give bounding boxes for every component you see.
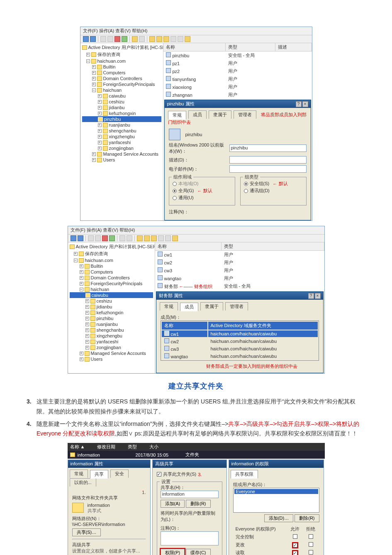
tree-item[interactable]: Managed Service Accounts (103, 152, 158, 156)
checkbox-label[interactable]: 共享此文件夹(S) (163, 471, 197, 477)
col-type[interactable]: 类型 (226, 43, 275, 51)
group-icon[interactable] (156, 36, 162, 42)
col-name[interactable]: 名称 (155, 242, 222, 250)
forward-icon[interactable] (78, 235, 83, 241)
list-item[interactable]: pz2 (173, 69, 180, 74)
tree-item[interactable]: shengchanbu (97, 328, 124, 333)
user-icon[interactable] (137, 235, 143, 241)
tab-general[interactable]: 常规 (70, 469, 88, 478)
tab-general[interactable]: 常规 (160, 302, 178, 311)
properties-icon[interactable] (119, 235, 125, 241)
find-icon[interactable] (170, 36, 176, 42)
add-button[interactable]: 添加(D)… (264, 514, 293, 522)
tab-memberof[interactable]: 隶属于 (200, 302, 223, 311)
tab-members[interactable]: 成员 (180, 303, 198, 311)
tree-item[interactable]: jidianbu (97, 304, 112, 309)
deny-change-checkbox[interactable] (309, 542, 313, 547)
tree-item[interactable]: xingzhengbu (97, 333, 122, 338)
cut-icon[interactable] (100, 36, 106, 42)
tree-item[interactable]: kefuzhongxin (109, 111, 136, 116)
list-item[interactable]: pz1 (173, 61, 180, 66)
allow-read-checkbox[interactable] (293, 551, 297, 555)
list-item[interactable]: cw3 (164, 268, 173, 273)
nav-tree[interactable]: Active Directory 用户和计算机 [HC-SERVER.hai..… (80, 43, 163, 220)
tree-item[interactable]: Users (103, 157, 115, 162)
ou-icon[interactable] (163, 36, 169, 42)
tree-item-selected[interactable]: caiwubu (92, 293, 108, 298)
radio[interactable] (173, 196, 177, 200)
tree-item[interactable]: Users (91, 357, 103, 362)
allow-change-checkbox[interactable] (293, 543, 297, 548)
col-adpath[interactable]: Active Directory 域服务文件夹 (208, 322, 318, 330)
tree-item[interactable]: ForeignSecurityPrincipals (91, 281, 143, 286)
grouplist[interactable]: Everyone (233, 488, 319, 513)
enable-share-checkbox[interactable] (157, 472, 161, 477)
tree-item[interactable]: ruanjianbu (109, 122, 130, 127)
tree-item[interactable]: pinzhibu (97, 316, 114, 321)
user-icon[interactable] (149, 36, 155, 42)
toolbar[interactable] (80, 35, 312, 43)
explorer-row[interactable]: information 2017/8/30 15:05 文件夹 (68, 451, 325, 459)
add-button[interactable]: 添加(A) (161, 500, 185, 508)
col-name[interactable]: 名称 (162, 322, 207, 330)
tree-item[interactable]: haichuan.com (85, 258, 114, 263)
delete-icon[interactable] (102, 235, 108, 241)
tree-item[interactable]: 保存的查询 (97, 51, 120, 58)
col-type[interactable]: 类型 (222, 242, 324, 250)
perm-user[interactable]: Everyone (236, 489, 255, 494)
help-icon[interactable] (139, 36, 145, 42)
col[interactable]: 修改日期 (97, 444, 115, 450)
tree-item[interactable]: Builtin (91, 264, 103, 269)
tree-item[interactable]: Builtin (103, 64, 116, 69)
tab-managedby[interactable]: 管理者 (234, 110, 256, 119)
ou-icon[interactable] (151, 235, 157, 241)
member-name[interactable]: cw3 (171, 347, 179, 352)
tree-item[interactable]: caiwubu (109, 93, 126, 98)
allow-full-checkbox[interactable] (293, 534, 297, 539)
sharename-input[interactable]: information (161, 491, 219, 498)
list-item[interactable]: xiaoxiong (173, 85, 192, 90)
radio-checked[interactable] (244, 182, 248, 186)
tree-item[interactable]: Managed Service Accounts (91, 351, 146, 356)
tree-item[interactable]: ForeignSecurityPrincipals (103, 82, 155, 87)
desc-input[interactable] (229, 156, 307, 164)
tab-general[interactable]: 常规 (168, 111, 186, 120)
remove-button[interactable]: 删除(R) (295, 514, 319, 522)
list-item[interactable]: pinzhibu (173, 53, 190, 58)
misc-icon[interactable] (185, 36, 190, 42)
folder-name[interactable]: information (78, 452, 136, 457)
help-icon[interactable]: ? (296, 101, 302, 107)
copy-icon[interactable] (95, 235, 101, 241)
list-pane[interactable]: 名称 类型 描述 pinzhibu安全组 - 全局 pz1用户 pz2用户 ti… (163, 43, 312, 220)
list-item[interactable]: 财务部 (164, 284, 178, 289)
tab-security[interactable]: 安全 (110, 469, 129, 478)
col[interactable]: 类型 (128, 444, 137, 450)
member-name[interactable]: cw1 (171, 332, 179, 337)
tree-item[interactable]: ceshizu (109, 99, 124, 104)
toolbar[interactable] (68, 235, 324, 242)
delete-icon[interactable] (114, 36, 120, 42)
col[interactable]: 大小 (149, 444, 158, 450)
help-icon[interactable]: ? (308, 293, 314, 299)
refresh-icon[interactable] (122, 36, 127, 42)
radio-label[interactable]: 全局(G) (178, 188, 194, 194)
tree-root[interactable]: Active Directory 用户和计算机 [HC-SERVER.hai..… (88, 44, 163, 51)
tree-item[interactable]: kefuzhongxin (97, 310, 124, 315)
back-icon[interactable] (83, 36, 89, 42)
copy-icon[interactable] (107, 36, 113, 42)
tab-share-perm[interactable]: 共享权限 (231, 470, 258, 479)
tab-members[interactable]: 成员 (188, 110, 207, 119)
tree-item[interactable]: yanfaceshi (97, 339, 119, 344)
nav-tree[interactable]: Active Directory 用户和计算机 [HC-SERVER.hai..… (68, 242, 155, 373)
help-icon[interactable] (127, 235, 132, 241)
tab-memberof[interactable]: 隶属于 (209, 110, 231, 119)
filter-icon[interactable] (165, 235, 171, 241)
back-icon[interactable] (71, 235, 76, 241)
cut-icon[interactable] (88, 235, 94, 241)
misc-icon[interactable] (172, 235, 178, 241)
list-item[interactable]: zhangnan (173, 93, 192, 98)
tree-item[interactable]: zongjingban (97, 345, 121, 350)
remove-button[interactable]: 删除(R) (186, 500, 210, 508)
tree-item[interactable]: xingzhengbu (109, 134, 135, 139)
list-item[interactable]: cw2 (164, 260, 173, 265)
